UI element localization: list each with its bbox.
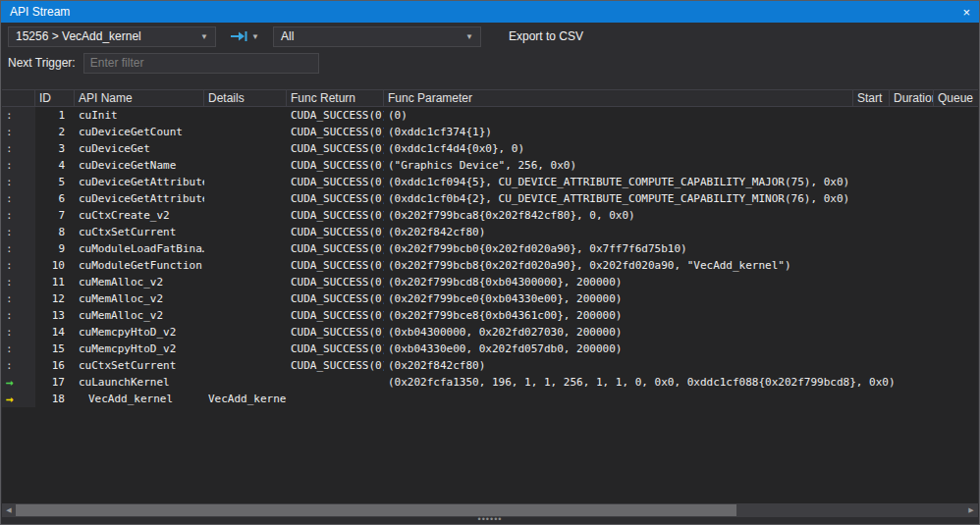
column-header-func-return[interactable]: Func Return	[287, 90, 384, 106]
cell-id: 2	[35, 124, 75, 140]
cell-start	[853, 107, 890, 124]
cell-func-parameter: (0x202f799bcd8{0xb04300000}, 200000)	[384, 274, 853, 290]
table-row[interactable]: :10cuModuleGetFunctionCUDA_SUCCESS(0)(0x…	[2, 257, 978, 274]
cell-id: 5	[35, 174, 75, 190]
cell-id: 6	[35, 190, 75, 207]
cell-api-name: cuMemcpyHtoD_v2	[75, 341, 204, 357]
cell-start	[853, 224, 890, 240]
cell-func-return	[287, 374, 384, 391]
table-row[interactable]: :16cuCtxSetCurrentCUDA_SUCCESS(0)(0x202f…	[2, 357, 978, 374]
table-row[interactable]: :4cuDeviceGetNameCUDA_SUCCESS(0)("Graphi…	[2, 157, 978, 174]
table-row[interactable]: →17cuLaunchKernel(0x202fcfa1350, 196, 1,…	[2, 374, 978, 391]
table-row[interactable]: :13cuMemAlloc_v2CUDA_SUCCESS(0)(0x202f79…	[2, 307, 978, 324]
cell-func-return: CUDA_SUCCESS(0)	[287, 207, 384, 224]
cell-start	[853, 240, 890, 257]
filter-level-combo[interactable]: All ▼	[273, 26, 481, 47]
column-header-details[interactable]: Details	[204, 90, 287, 106]
table-row[interactable]: :5cuDeviceGetAttributeCUDA_SUCCESS(0)(0x…	[2, 174, 978, 190]
cell-id: 11	[35, 274, 75, 290]
column-header-start[interactable]: Start	[853, 90, 890, 106]
column-header-func-parameter[interactable]: Func Parameter	[384, 90, 853, 106]
cell-api-name: cuMemcpyHtoD_v2	[75, 324, 204, 341]
scrollbar-thumb[interactable]	[16, 504, 736, 516]
cell-func-return: CUDA_SUCCESS(0)	[287, 290, 384, 307]
cell-queue	[934, 374, 978, 391]
table-row[interactable]: :12cuMemAlloc_v2CUDA_SUCCESS(0)(0x202f79…	[2, 290, 978, 307]
table-row[interactable]: :14cuMemcpyHtoD_v2CUDA_SUCCESS(0)(0xb043…	[2, 324, 978, 341]
cell-func-parameter: (0x202f799bcb0{0x202fd020a90}, 0x7ff7f6d…	[384, 240, 853, 257]
cell-start	[853, 324, 890, 341]
cell-func-return: CUDA_SUCCESS(0)	[287, 307, 384, 324]
table-row[interactable]: :9cuModuleLoadFatBina…CUDA_SUCCESS(0)(0x…	[2, 240, 978, 257]
trigger-filter-input[interactable]	[83, 53, 319, 74]
table-row[interactable]: :2cuDeviceGetCountCUDA_SUCCESS(0)(0xddc1…	[2, 124, 978, 140]
cell-duration	[890, 357, 934, 374]
gutter-colon-marker: :	[2, 240, 35, 257]
column-header-queue[interactable]: Queue	[934, 90, 978, 106]
cell-start	[853, 357, 890, 374]
cell-queue	[934, 174, 978, 190]
cell-queue	[934, 240, 978, 257]
column-header-api-name[interactable]: API Name	[75, 90, 204, 106]
cell-duration	[890, 324, 934, 341]
gutter-colon-marker: :	[2, 124, 35, 140]
cell-func-return: CUDA_SUCCESS(0)	[287, 124, 384, 140]
window-title: API Stream	[10, 5, 962, 19]
cell-start	[853, 207, 890, 224]
cell-start	[853, 124, 890, 140]
column-header-gutter[interactable]	[2, 90, 35, 106]
table-row[interactable]: →18VecAdd_kernelVecAdd_kernel	[2, 391, 978, 407]
cell-func-return: CUDA_SUCCESS(0)	[287, 157, 384, 174]
run-options-chevron-icon[interactable]: ▼	[249, 26, 261, 46]
scroll-right-arrow-icon[interactable]: ▶	[964, 503, 978, 517]
table-body: :1cuInitCUDA_SUCCESS(0)(0):2cuDeviceGetC…	[2, 107, 978, 407]
cell-func-parameter: (0x202fcfa1350, 196, 1, 1, 256, 1, 1, 0,…	[384, 374, 853, 391]
table-row[interactable]: :7cuCtxCreate_v2CUDA_SUCCESS(0)(0x202f79…	[2, 207, 978, 224]
cell-api-name: cuMemAlloc_v2	[75, 290, 204, 307]
scroll-left-arrow-icon[interactable]: ◀	[2, 503, 16, 517]
table-row[interactable]: :1cuInitCUDA_SUCCESS(0)(0)	[2, 107, 978, 124]
cell-duration	[890, 341, 934, 357]
cell-start	[853, 174, 890, 190]
cell-duration	[890, 374, 934, 391]
table-row[interactable]: :8cuCtxSetCurrentCUDA_SUCCESS(0)(0x202f8…	[2, 224, 978, 240]
cell-queue	[934, 324, 978, 341]
next-launch-yellow-arrow-icon: →	[6, 393, 14, 405]
cell-queue	[934, 190, 978, 207]
table-row[interactable]: :3cuDeviceGetCUDA_SUCCESS(0)(0xddc1cf4d4…	[2, 140, 978, 157]
gutter-colon-marker: :	[2, 290, 35, 307]
cell-func-parameter: (0xddc1cf094{5}, CU_DEVICE_ATTRIBUTE_COM…	[384, 174, 853, 190]
cell-func-return: CUDA_SUCCESS(0)	[287, 257, 384, 274]
table-row[interactable]: :6cuDeviceGetAttributeCUDA_SUCCESS(0)(0x…	[2, 190, 978, 207]
export-csv-button[interactable]: Export to CSV	[497, 29, 595, 43]
cell-duration	[890, 224, 934, 240]
table-row[interactable]: :11cuMemAlloc_v2CUDA_SUCCESS(0)(0x202f79…	[2, 274, 978, 290]
splitter-grip-dots[interactable]: ••••••	[1, 517, 979, 524]
cell-queue	[934, 257, 978, 274]
cell-duration	[890, 124, 934, 140]
cell-id: 7	[35, 207, 75, 224]
column-header-id[interactable]: ID	[35, 90, 75, 106]
cell-duration	[890, 274, 934, 290]
gutter-colon-marker: :	[2, 224, 35, 240]
cell-queue	[934, 274, 978, 290]
cell-id: 16	[35, 357, 75, 374]
close-icon[interactable]: ×	[962, 6, 970, 19]
column-header-duration[interactable]: Duration	[890, 90, 934, 106]
trigger-row: Next Trigger:	[1, 50, 979, 76]
cell-details	[204, 357, 287, 374]
cell-duration	[890, 240, 934, 257]
cell-start	[853, 274, 890, 290]
gutter-colon-marker: :	[2, 174, 35, 190]
step-to-next-kernel-icon[interactable]	[228, 26, 249, 46]
cell-func-parameter: ("Graphics Device", 256, 0x0)	[384, 157, 853, 174]
cell-details	[204, 124, 287, 140]
capture-selector-combo[interactable]: 15256 > VecAdd_kernel ▼	[8, 26, 216, 47]
table-header: IDAPI NameDetailsFunc ReturnFunc Paramet…	[2, 89, 978, 107]
table-row[interactable]: :15cuMemcpyHtoD_v2CUDA_SUCCESS(0)(0xb043…	[2, 341, 978, 357]
cell-start	[853, 341, 890, 357]
next-trigger-label: Next Trigger:	[8, 56, 76, 70]
cell-func-parameter	[384, 391, 853, 407]
cell-func-parameter: (0x202f799bce8{0xb04361c00}, 200000)	[384, 307, 853, 324]
current-api-green-arrow-icon: →	[6, 376, 14, 389]
